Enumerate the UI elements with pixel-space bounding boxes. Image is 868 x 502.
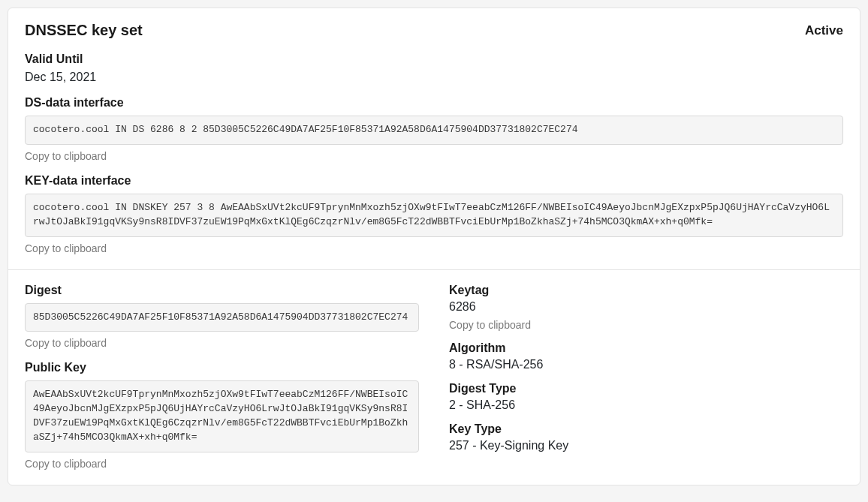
details-left-column: Digest 85D3005C5226C49DA7AF25F10F85371A9…	[25, 284, 419, 470]
digest-type-block: Digest Type 2 - SHA-256	[449, 382, 843, 412]
public-key-block: Public Key AwEAAbSxUVt2kcUF9TprynMnMxozh…	[25, 361, 419, 469]
card-bottom-section: Digest 85D3005C5226C49DA7AF25F10F85371A9…	[8, 269, 860, 485]
details-columns: Digest 85D3005C5226C49DA7AF25F10F85371A9…	[25, 284, 843, 470]
dnssec-keyset-card: DNSSEC key set Active Valid Until Dec 15…	[8, 8, 860, 485]
algorithm-block: Algorithm 8 - RSA/SHA-256	[449, 341, 843, 371]
digest-type-label: Digest Type	[449, 382, 843, 395]
digest-copy-button[interactable]: Copy to clipboard	[25, 337, 107, 349]
digest-label: Digest	[25, 284, 419, 297]
keytag-block: Keytag 6286 Copy to clipboard	[449, 284, 843, 331]
ds-data-copy-button[interactable]: Copy to clipboard	[25, 150, 107, 162]
valid-until-block: Valid Until Dec 15, 2021	[25, 53, 843, 84]
public-key-copy-button[interactable]: Copy to clipboard	[25, 458, 107, 470]
algorithm-label: Algorithm	[449, 341, 843, 355]
keytag-value: 6286	[449, 300, 843, 314]
details-right-column: Keytag 6286 Copy to clipboard Algorithm …	[449, 284, 843, 470]
card-top-section: DNSSEC key set Active Valid Until Dec 15…	[8, 8, 860, 269]
keytag-label: Keytag	[449, 284, 843, 297]
public-key-label: Public Key	[25, 361, 419, 374]
digest-block: Digest 85D3005C5226C49DA7AF25F10F85371A9…	[25, 284, 419, 350]
ds-data-block: DS-data interface cocotero.cool IN DS 62…	[25, 96, 843, 162]
card-header: DNSSEC key set Active	[25, 22, 843, 39]
keytag-copy-button[interactable]: Copy to clipboard	[449, 319, 531, 331]
algorithm-value: 8 - RSA/SHA-256	[449, 358, 843, 371]
key-data-value[interactable]: cocotero.cool IN DNSKEY 257 3 8 AwEAAbSx…	[25, 194, 843, 237]
valid-until-value: Dec 15, 2021	[25, 71, 843, 84]
key-data-block: KEY-data interface cocotero.cool IN DNSK…	[25, 174, 843, 254]
key-data-copy-button[interactable]: Copy to clipboard	[25, 242, 107, 254]
key-data-label: KEY-data interface	[25, 174, 843, 188]
card-title: DNSSEC key set	[25, 22, 143, 39]
digest-type-value: 2 - SHA-256	[449, 398, 843, 412]
status-badge: Active	[805, 23, 843, 38]
key-type-label: Key Type	[449, 422, 843, 436]
valid-until-label: Valid Until	[25, 53, 843, 66]
ds-data-value[interactable]: cocotero.cool IN DS 6286 8 2 85D3005C522…	[25, 116, 843, 145]
key-type-block: Key Type 257 - Key-Signing Key	[449, 422, 843, 452]
public-key-value[interactable]: AwEAAbSxUVt2kcUF9TprynMnMxozh5zjOXw9tFIw…	[25, 380, 419, 452]
key-type-value: 257 - Key-Signing Key	[449, 439, 843, 452]
digest-value[interactable]: 85D3005C5226C49DA7AF25F10F85371A92A58D6A…	[25, 303, 419, 332]
ds-data-label: DS-data interface	[25, 96, 843, 110]
